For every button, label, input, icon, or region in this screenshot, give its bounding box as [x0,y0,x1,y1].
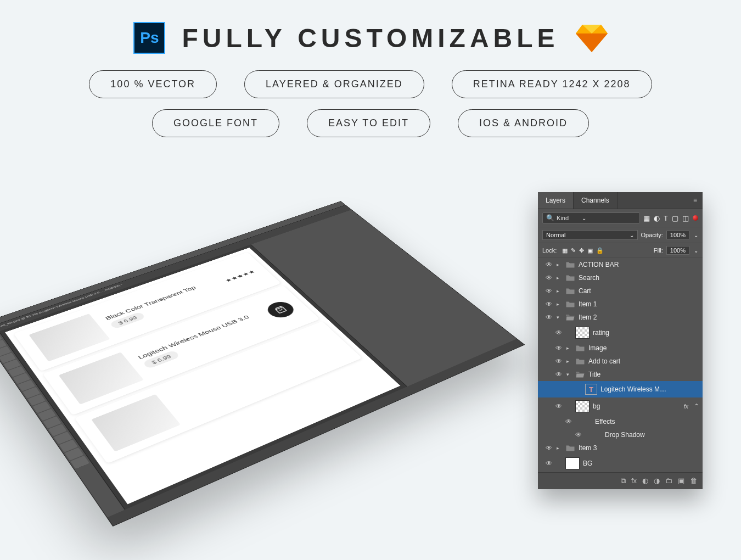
filter-pixel-icon[interactable]: ▦ [643,214,650,222]
visibility-toggle-icon[interactable]: 👁 [554,357,563,365]
rating-stars: ★★★★★ [223,269,256,283]
visibility-toggle-icon[interactable]: 👁 [544,287,553,295]
layer-name[interactable]: bg [593,402,680,410]
sketch-icon [576,24,608,52]
layer-row[interactable]: 👁▸Item 1 [538,298,703,311]
blend-mode-dropdown[interactable]: Normal [542,230,638,240]
visibility-toggle-icon[interactable]: 👁 [564,418,573,425]
tab-layers[interactable]: Layers [538,192,574,209]
fx-badge[interactable]: fx [683,403,691,410]
pill-edit: EASY TO EDIT [307,109,430,137]
layer-name[interactable]: Search [579,274,699,282]
tab-channels[interactable]: Channels [574,192,618,209]
folder-icon [565,287,575,295]
visibility-toggle-icon[interactable]: 👁 [554,344,563,352]
add-to-cart-button [263,299,298,321]
lock-all-icon[interactable]: 🔒 [596,247,604,254]
lock-position-icon[interactable]: ✥ [579,247,584,254]
filter-toggle-icon[interactable] [693,215,698,221]
layer-name[interactable]: Title [588,371,699,378]
visibility-toggle-icon[interactable]: 👁 [544,313,553,321]
folder-icon [565,444,575,452]
layer-list[interactable]: 👁▸ACTION BAR👁▸Search👁▸Cart👁▸Item 1👁▾Item… [538,258,703,472]
layers-panel[interactable]: Layers Channels ≡ 🔍 ▦ ◐ T ▢ ◫ Normal Opa… [538,192,703,489]
expand-caret-icon[interactable]: ▸ [557,301,562,307]
pill-platform: IOS & ANDROID [458,109,589,137]
layer-row[interactable]: 👁Effects [538,415,703,428]
layer-row[interactable]: 👁▾Item 2 [538,311,703,324]
visibility-toggle-icon[interactable]: 👁 [554,402,563,410]
fx-icon[interactable]: fx [631,477,637,485]
layer-name[interactable]: Cart [579,287,699,295]
layer-row[interactable]: 👁bgfx⌃ [538,397,703,415]
visibility-toggle-icon[interactable]: 👁 [554,329,563,337]
lock-brush-icon[interactable]: ✎ [571,247,576,254]
lock-artboard-icon[interactable]: ▣ [587,247,593,254]
layer-thumbnail [565,457,580,469]
layer-name[interactable]: rating [593,329,699,337]
layer-row[interactable]: 👁▸Image [538,341,703,355]
visibility-toggle-icon[interactable]: 👁 [544,261,553,268]
visibility-toggle-icon[interactable]: 👁 [544,300,553,308]
expand-caret-icon[interactable]: ▸ [557,445,562,451]
fill-value[interactable]: 100% [666,246,689,255]
layer-name[interactable]: Drop Shadow [605,431,699,439]
expand-caret-icon[interactable]: ▸ [557,262,562,267]
pill-layered: LAYERED & ORGANIZED [244,70,424,98]
expand-caret-icon[interactable]: ▸ [566,359,572,364]
filter-kind-input[interactable] [557,215,579,221]
layer-row[interactable]: 👁rating [538,324,703,341]
visibility-toggle-icon[interactable]: 👁 [544,444,553,452]
filter-smart-icon[interactable]: ◫ [682,214,689,222]
chevron-down-icon[interactable] [693,232,698,238]
lock-transparency-icon[interactable]: ▦ [562,247,568,254]
filter-adjustment-icon[interactable]: ◐ [654,214,660,222]
layer-row[interactable]: 👁▸ACTION BAR [538,258,703,271]
filter-type-icon[interactable]: T [664,214,668,222]
layer-name[interactable]: Logitech Wireless M… [600,385,699,393]
pill-retina: RETINA READY 1242 X 2208 [452,70,652,98]
mask-icon[interactable]: ◐ [642,477,648,485]
adjustment-icon[interactable]: ◑ [654,477,660,485]
layer-name[interactable]: ACTION BAR [579,261,699,268]
new-layer-icon[interactable]: ▣ [678,477,684,485]
product-image [91,394,181,452]
chevron-down-icon[interactable] [693,247,698,254]
expand-caret-icon[interactable]: ▸ [557,275,562,281]
layer-name[interactable]: Item 1 [579,300,699,308]
visibility-toggle-icon[interactable]: 👁 [554,371,563,378]
layer-name[interactable]: Image [588,344,699,352]
layer-row[interactable]: 👁▾Title [538,368,703,381]
layer-name[interactable]: Item 3 [579,444,699,452]
layer-name[interactable]: BG [583,460,699,467]
layer-row[interactable]: 👁▸Search [538,271,703,284]
expand-caret-icon[interactable]: ▾ [566,372,572,377]
folder-icon [565,300,575,308]
layer-name[interactable]: Item 2 [579,313,699,321]
expand-caret-icon[interactable]: ▾ [557,315,562,320]
pill-font: GOOGLE FONT [152,109,279,137]
layer-filter-dropdown[interactable]: 🔍 [542,212,640,223]
layer-row[interactable]: 👁BG [538,455,703,472]
layer-row[interactable]: 👁Drop Shadow [538,428,703,441]
opacity-value[interactable]: 100% [666,231,689,239]
layer-name[interactable]: Add to cart [588,357,699,365]
layer-row[interactable]: TLogitech Wireless M… [538,381,703,397]
trash-icon[interactable]: 🗑 [690,477,697,485]
layer-thumbnail [575,327,590,339]
layer-row[interactable]: 👁▸Item 3 [538,441,703,455]
visibility-toggle-icon[interactable]: 👁 [574,431,583,439]
layer-thumbnail [575,400,590,412]
photoshop-window-mockup: 8_Product_list.psd @ 55.7% (Logitech Wir… [0,201,525,527]
visibility-toggle-icon[interactable]: 👁 [544,460,553,467]
layer-row[interactable]: 👁▸Cart [538,284,703,298]
expand-caret-icon[interactable]: ▸ [557,288,562,294]
panel-menu-icon[interactable]: ≡ [688,192,703,209]
link-layers-icon[interactable]: ⧉ [621,477,626,485]
expand-caret-icon[interactable]: ▸ [566,345,572,351]
group-icon[interactable]: 🗀 [665,477,672,485]
layer-name[interactable]: Effects [595,418,699,425]
visibility-toggle-icon[interactable]: 👁 [544,274,553,282]
layer-row[interactable]: 👁▸Add to cart [538,355,703,368]
filter-shape-icon[interactable]: ▢ [672,214,678,222]
